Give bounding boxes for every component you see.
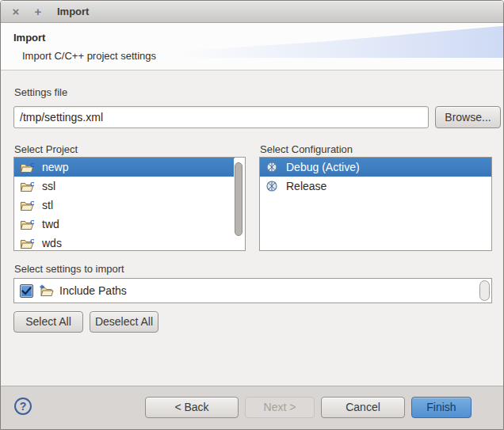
- c-project-folder-icon: C: [20, 162, 34, 173]
- configuration-row-release[interactable]: Release: [260, 177, 491, 196]
- project-name: ssl: [42, 180, 55, 192]
- svg-text:C: C: [30, 181, 34, 188]
- settings-file-input[interactable]: [13, 106, 429, 128]
- c-project-folder-icon: C: [20, 238, 34, 249]
- include-paths-icon: [39, 284, 54, 297]
- project-name: newp: [42, 161, 68, 173]
- project-list: C newp C ssl C stl C: [13, 157, 246, 251]
- svg-text:C: C: [30, 162, 34, 169]
- svg-text:C: C: [30, 219, 34, 226]
- deselect-all-button[interactable]: Deselect All: [90, 311, 158, 333]
- wizard-title: Import: [13, 32, 45, 44]
- configuration-row-debug[interactable]: Debug (Active): [260, 158, 491, 177]
- window-title: Import: [57, 6, 89, 17]
- c-project-folder-icon: C: [20, 200, 34, 211]
- import-setting-name: Include Paths: [59, 284, 127, 297]
- project-row-stl[interactable]: C stl: [14, 196, 235, 215]
- build-config-icon: [265, 180, 278, 192]
- project-row-ssl[interactable]: C ssl: [14, 177, 235, 196]
- select-project-label: Select Project: [14, 143, 78, 155]
- include-paths-checkbox[interactable]: [20, 284, 33, 298]
- svg-text:C: C: [30, 238, 34, 245]
- cancel-button[interactable]: Cancel: [321, 397, 405, 418]
- project-name: wds: [42, 237, 62, 249]
- svg-text:C: C: [30, 200, 34, 207]
- project-name: stl: [42, 199, 53, 211]
- c-project-folder-icon: C: [20, 181, 34, 192]
- import-settings-scrollbar-thumb[interactable]: [479, 280, 490, 301]
- configuration-name: Release: [286, 180, 326, 192]
- configuration-name: Debug (Active): [286, 161, 360, 173]
- check-icon: [21, 287, 32, 295]
- wizard-button-bar: ? < Back Next > Cancel Finish: [1, 386, 503, 429]
- wizard-header: Import Import C/C++ project settings: [1, 23, 503, 70]
- header-gradient-decoration: [177, 25, 503, 58]
- import-settings-list: Include Paths: [13, 278, 492, 303]
- select-settings-label: Select settings to import: [14, 263, 124, 275]
- c-project-folder-icon: C: [20, 219, 34, 230]
- project-name: twd: [42, 218, 59, 230]
- wizard-subtitle: Import C/C++ project settings: [22, 50, 156, 62]
- select-all-button[interactable]: Select All: [13, 311, 83, 333]
- build-config-icon: [265, 161, 278, 173]
- window-plus-icon[interactable]: +: [31, 5, 45, 19]
- configuration-list: Debug (Active) Release: [259, 157, 492, 251]
- back-button[interactable]: < Back: [145, 397, 239, 418]
- help-icon[interactable]: ?: [14, 398, 32, 415]
- include-paths-row[interactable]: Include Paths: [14, 279, 491, 303]
- import-wizard-dialog: × + Import Import Import C/C++ project s…: [0, 0, 504, 430]
- titlebar[interactable]: × + Import: [1, 1, 503, 23]
- project-list-scrollbar-thumb[interactable]: [235, 162, 242, 236]
- window-close-icon[interactable]: ×: [9, 5, 23, 19]
- project-row-wds[interactable]: C wds: [14, 234, 235, 251]
- browse-button[interactable]: Browse...: [435, 106, 501, 128]
- settings-file-label: Settings file: [14, 86, 67, 98]
- project-row-twd[interactable]: C twd: [14, 215, 235, 234]
- project-list-scrollbar-track[interactable]: [234, 158, 244, 249]
- select-configuration-label: Select Configuration: [260, 143, 353, 155]
- finish-button[interactable]: Finish: [411, 397, 472, 418]
- project-row-newp[interactable]: C newp: [14, 158, 235, 177]
- next-button[interactable]: Next >: [245, 397, 315, 418]
